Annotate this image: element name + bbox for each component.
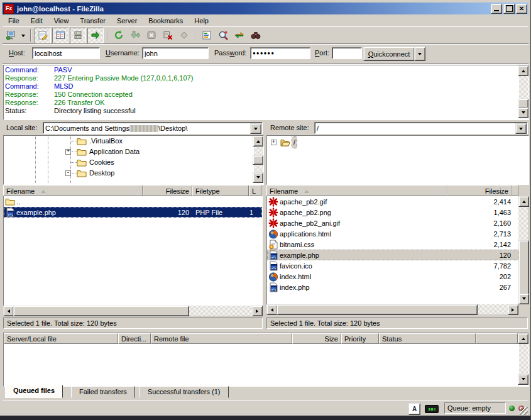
reconnect-icon <box>179 30 189 40</box>
tab-successful-transfers[interactable]: Successful transfers (1) <box>140 386 229 398</box>
tree-item-desktop[interactable]: - Desktop <box>4 168 263 179</box>
speed-limits-icon[interactable] <box>425 405 439 413</box>
remote-hscrollbar[interactable] <box>266 304 518 314</box>
scrollbar-thumb[interactable] <box>518 99 528 108</box>
scroll-down-button[interactable] <box>253 172 263 183</box>
menu-view[interactable]: View <box>48 16 75 26</box>
username-input[interactable] <box>142 47 209 59</box>
compare-icon <box>218 30 228 40</box>
menu-help[interactable]: Help <box>189 16 214 26</box>
scroll-down-button[interactable] <box>518 108 528 118</box>
quickconnect-button[interactable]: Quickconnect <box>363 47 415 61</box>
scroll-up-button[interactable] <box>518 65 528 76</box>
tree-expander-plus[interactable]: + <box>65 149 71 155</box>
titlebar[interactable]: Fz john@localhost - FileZilla ✕ <box>3 3 528 14</box>
refresh-button[interactable] <box>111 28 126 43</box>
column-header-priority[interactable]: Priority <box>341 333 379 344</box>
synchronized-browsing-button[interactable] <box>232 28 247 43</box>
column-header-filetype[interactable]: Filetype <box>192 185 249 196</box>
toggle-queue-button[interactable] <box>87 28 104 43</box>
queue-scrollbar[interactable] <box>519 333 528 385</box>
tree-expander-minus[interactable]: - <box>65 170 71 176</box>
reconnect-button[interactable] <box>177 28 192 43</box>
file-row-example-php[interactable]: example.php 120 PHP File 1 <box>4 207 262 218</box>
remote-list-header: Filename Filesize <box>266 185 528 196</box>
menu-server[interactable]: Server <box>111 16 143 26</box>
tree-item-application-data[interactable]: + Application Data <box>4 146 263 157</box>
menu-bookmarks[interactable]: Bookmarks <box>143 16 189 26</box>
datatype-indicator-icon[interactable]: A <box>408 403 420 415</box>
tree-expander-plus[interactable]: + <box>271 140 276 145</box>
site-manager-button[interactable] <box>3 28 18 43</box>
toggle-local-tree-button[interactable] <box>52 28 68 43</box>
minimize-button[interactable] <box>491 4 502 14</box>
resize-grip[interactable] <box>520 407 528 415</box>
file-row[interactable]: bitnami.css2,142 <box>267 239 518 250</box>
file-row[interactable]: index.html202 <box>267 271 518 282</box>
file-row-parent-dir[interactable]: .. <box>4 196 262 207</box>
tab-queued-files[interactable]: Queued files <box>5 385 63 398</box>
menu-transfer[interactable]: Transfer <box>74 16 111 26</box>
column-header-filename[interactable]: Filename <box>266 185 447 196</box>
scroll-up-button[interactable] <box>518 196 529 207</box>
file-row[interactable]: apache_pb2_ani.gif2,160 <box>267 218 518 228</box>
scroll-left-button[interactable] <box>3 306 14 316</box>
scroll-up-button[interactable] <box>518 333 528 344</box>
remote-vscrollbar[interactable] <box>518 196 528 304</box>
scroll-up-button[interactable] <box>253 136 263 146</box>
file-row[interactable]: applications.html2,713 <box>267 228 518 239</box>
scroll-right-button[interactable] <box>252 306 263 316</box>
toggle-message-log-button[interactable] <box>35 28 51 43</box>
site-manager-dropdown[interactable] <box>19 28 27 43</box>
port-input[interactable] <box>332 47 362 59</box>
file-row[interactable]: apache_pb2.png1,463 <box>267 207 518 218</box>
disconnect-button[interactable] <box>160 28 175 43</box>
close-button[interactable]: ✕ <box>516 4 527 14</box>
file-row[interactable]: apache_pb2.gif2,414 <box>267 196 518 207</box>
column-header-lastmodified[interactable]: L <box>249 185 261 196</box>
remote-site-dropdown[interactable] <box>515 123 527 134</box>
quickconnect-dropdown[interactable] <box>414 47 425 61</box>
tab-failed-transfers[interactable]: Failed transfers <box>71 386 135 398</box>
cancel-operation-button[interactable] <box>144 28 159 43</box>
menu-file[interactable]: File <box>3 16 25 26</box>
compare-directories-button[interactable] <box>216 28 231 43</box>
menu-edit[interactable]: Edit <box>25 16 48 26</box>
filter-button[interactable] <box>199 28 214 43</box>
column-header-size[interactable]: Size <box>292 333 341 344</box>
column-header-direction[interactable]: Directi... <box>118 333 151 344</box>
log-scrollbar[interactable] <box>519 65 528 118</box>
scroll-down-button[interactable] <box>518 374 528 385</box>
tree-item-virtualbox[interactable]: .VirtualBox <box>4 136 263 146</box>
password-input[interactable] <box>250 47 310 59</box>
process-queue-button[interactable] <box>128 28 143 43</box>
find-files-button[interactable] <box>248 28 263 43</box>
local-hscrollbar[interactable] <box>3 306 263 316</box>
column-header-remote-file[interactable]: Remote file <box>151 333 292 344</box>
maximize-button[interactable] <box>503 4 515 14</box>
remote-site-combo[interactable]: / <box>314 122 528 134</box>
file-row-example-php[interactable]: example.php120 <box>267 250 518 260</box>
local-site-dropdown[interactable] <box>250 123 261 134</box>
tree-item-cookies[interactable]: Cookies <box>4 157 263 168</box>
column-header-filesize[interactable]: Filesize <box>143 185 192 196</box>
column-header-server-local-file[interactable]: Server/Local file <box>4 333 118 344</box>
scrollbar-thumb[interactable] <box>518 240 529 296</box>
host-input[interactable] <box>32 47 100 59</box>
scroll-left-button[interactable] <box>266 304 277 315</box>
toggle-remote-tree-button[interactable] <box>70 28 86 43</box>
local-site-combo[interactable]: C:\Documents and Settings\Desktop\ <box>43 122 263 134</box>
scrollbar-thumb[interactable] <box>13 306 189 316</box>
scrollbar-thumb[interactable] <box>253 155 263 165</box>
column-header-status[interactable]: Status <box>379 333 476 344</box>
scroll-down-button[interactable] <box>518 294 529 304</box>
file-row[interactable]: favicon.ico7,782 <box>267 260 518 271</box>
column-header-filesize[interactable]: Filesize <box>447 185 512 196</box>
local-tree-scrollbar[interactable] <box>254 136 263 183</box>
file-row[interactable]: index.php267 <box>267 282 518 292</box>
scrollbar-thumb[interactable] <box>276 304 478 315</box>
scroll-right-button[interactable] <box>508 304 518 315</box>
column-header-filename[interactable]: Filename <box>3 185 143 196</box>
tree-item-root[interactable]: + / <box>267 137 528 148</box>
message-log-icon <box>38 30 48 40</box>
